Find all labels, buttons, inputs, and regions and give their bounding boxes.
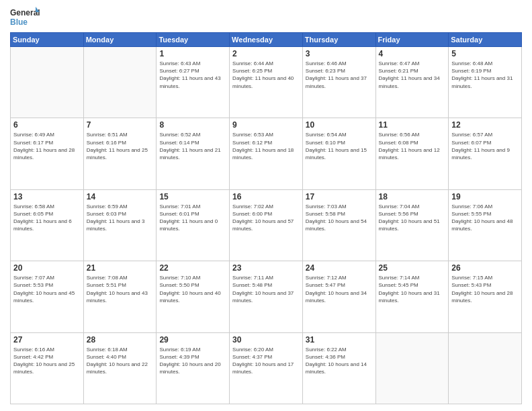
day-info: Sunrise: 7:14 AMSunset: 5:45 PMDaylight:…: [379, 274, 446, 304]
day-info: Sunrise: 7:15 AMSunset: 5:43 PMDaylight:…: [451, 274, 519, 304]
day-number: 10: [306, 120, 373, 130]
col-saturday: Saturday: [449, 33, 522, 47]
calendar-week-row: 6Sunrise: 6:49 AMSunset: 6:17 PMDaylight…: [11, 118, 522, 189]
day-number: 6: [13, 120, 81, 130]
calendar-week-row: 27Sunrise: 6:16 AMSunset: 4:42 PMDayligh…: [11, 332, 522, 404]
col-monday: Monday: [83, 33, 157, 47]
day-info: Sunrise: 6:19 AMSunset: 4:39 PMDaylight:…: [159, 346, 226, 376]
table-row: 21Sunrise: 7:08 AMSunset: 5:51 PMDayligh…: [83, 261, 157, 332]
day-info: Sunrise: 6:47 AMSunset: 6:21 PMDaylight:…: [379, 60, 446, 90]
table-row: 18Sunrise: 7:04 AMSunset: 5:56 PMDayligh…: [375, 189, 449, 261]
table-row: 22Sunrise: 7:10 AMSunset: 5:50 PMDayligh…: [157, 261, 230, 332]
table-row: 15Sunrise: 7:01 AMSunset: 6:01 PMDayligh…: [157, 189, 230, 261]
day-info: Sunrise: 7:04 AMSunset: 5:56 PMDaylight:…: [379, 203, 446, 233]
table-row: 19Sunrise: 7:06 AMSunset: 5:55 PMDayligh…: [449, 189, 522, 261]
logo-svg: General Blue: [10, 7, 40, 28]
day-info: Sunrise: 7:02 AMSunset: 6:00 PMDaylight:…: [232, 203, 300, 233]
day-info: Sunrise: 6:54 AMSunset: 6:10 PMDaylight:…: [306, 131, 373, 161]
table-row: 28Sunrise: 6:18 AMSunset: 4:40 PMDayligh…: [83, 332, 157, 404]
table-row: 12Sunrise: 6:57 AMSunset: 6:07 PMDayligh…: [449, 118, 522, 189]
day-info: Sunrise: 6:52 AMSunset: 6:14 PMDaylight:…: [159, 131, 226, 161]
day-info: Sunrise: 7:08 AMSunset: 5:51 PMDaylight:…: [87, 274, 154, 304]
calendar-table: Sunday Monday Tuesday Wednesday Thursday…: [10, 32, 522, 404]
table-row: 20Sunrise: 7:07 AMSunset: 5:53 PMDayligh…: [11, 261, 84, 332]
day-number: 4: [379, 49, 446, 58]
day-info: Sunrise: 6:49 AMSunset: 6:17 PMDaylight:…: [13, 131, 81, 161]
table-row: 4Sunrise: 6:47 AMSunset: 6:21 PMDaylight…: [375, 47, 449, 118]
day-info: Sunrise: 7:10 AMSunset: 5:50 PMDaylight:…: [159, 274, 226, 304]
day-info: Sunrise: 6:56 AMSunset: 6:08 PMDaylight:…: [379, 131, 446, 161]
table-row: 17Sunrise: 7:03 AMSunset: 5:58 PMDayligh…: [302, 189, 375, 261]
day-info: Sunrise: 7:12 AMSunset: 5:47 PMDaylight:…: [306, 274, 373, 304]
table-row: 27Sunrise: 6:16 AMSunset: 4:42 PMDayligh…: [11, 332, 84, 404]
day-number: 20: [13, 263, 81, 273]
day-info: Sunrise: 6:16 AMSunset: 4:42 PMDaylight:…: [13, 346, 81, 376]
day-number: 26: [451, 263, 519, 273]
col-wednesday: Wednesday: [230, 33, 303, 47]
day-number: 7: [87, 120, 154, 130]
day-info: Sunrise: 6:48 AMSunset: 6:19 PMDaylight:…: [451, 60, 519, 90]
day-number: 14: [87, 192, 154, 201]
table-row: 8Sunrise: 6:52 AMSunset: 6:14 PMDaylight…: [157, 118, 230, 189]
table-row: 16Sunrise: 7:02 AMSunset: 6:00 PMDayligh…: [230, 189, 303, 261]
calendar-header-row: Sunday Monday Tuesday Wednesday Thursday…: [11, 33, 522, 47]
col-friday: Friday: [375, 33, 449, 47]
day-number: 28: [87, 335, 154, 345]
day-number: 19: [451, 192, 519, 201]
day-number: 8: [159, 120, 226, 130]
table-row: 9Sunrise: 6:53 AMSunset: 6:12 PMDaylight…: [230, 118, 303, 189]
day-number: 27: [13, 335, 81, 345]
table-row: 6Sunrise: 6:49 AMSunset: 6:17 PMDaylight…: [11, 118, 84, 189]
day-number: 18: [379, 192, 446, 201]
table-row: [449, 332, 522, 404]
calendar-week-row: 1Sunrise: 6:43 AMSunset: 6:27 PMDaylight…: [11, 47, 522, 118]
day-number: 29: [159, 335, 226, 345]
day-info: Sunrise: 7:06 AMSunset: 5:55 PMDaylight:…: [451, 203, 519, 233]
day-info: Sunrise: 6:44 AMSunset: 6:25 PMDaylight:…: [232, 60, 300, 90]
table-row: 14Sunrise: 6:59 AMSunset: 6:03 PMDayligh…: [83, 189, 157, 261]
day-number: 16: [232, 192, 300, 201]
table-row: 3Sunrise: 6:46 AMSunset: 6:23 PMDaylight…: [302, 47, 375, 118]
table-row: 11Sunrise: 6:56 AMSunset: 6:08 PMDayligh…: [375, 118, 449, 189]
table-row: 1Sunrise: 6:43 AMSunset: 6:27 PMDaylight…: [157, 47, 230, 118]
day-info: Sunrise: 7:07 AMSunset: 5:53 PMDaylight:…: [13, 274, 81, 304]
day-info: Sunrise: 6:58 AMSunset: 6:05 PMDaylight:…: [13, 203, 81, 233]
table-row: 31Sunrise: 6:22 AMSunset: 4:36 PMDayligh…: [302, 332, 375, 404]
table-row: 2Sunrise: 6:44 AMSunset: 6:25 PMDaylight…: [230, 47, 303, 118]
day-number: 31: [306, 335, 373, 345]
day-number: 1: [159, 49, 226, 58]
day-number: 25: [379, 263, 446, 273]
col-sunday: Sunday: [11, 33, 84, 47]
day-number: 30: [232, 335, 300, 345]
day-info: Sunrise: 6:18 AMSunset: 4:40 PMDaylight:…: [87, 346, 154, 376]
day-info: Sunrise: 6:22 AMSunset: 4:36 PMDaylight:…: [306, 346, 373, 376]
table-row: [11, 47, 84, 118]
day-number: 17: [306, 192, 373, 201]
day-info: Sunrise: 6:57 AMSunset: 6:07 PMDaylight:…: [451, 131, 519, 161]
col-tuesday: Tuesday: [157, 33, 230, 47]
day-number: 9: [232, 120, 300, 130]
day-info: Sunrise: 7:01 AMSunset: 6:01 PMDaylight:…: [159, 203, 226, 233]
day-info: Sunrise: 6:46 AMSunset: 6:23 PMDaylight:…: [306, 60, 373, 90]
day-info: Sunrise: 6:20 AMSunset: 4:37 PMDaylight:…: [232, 346, 300, 376]
page-header: General Blue: [10, 7, 522, 28]
day-number: 11: [379, 120, 446, 130]
day-number: 5: [451, 49, 519, 58]
table-row: 24Sunrise: 7:12 AMSunset: 5:47 PMDayligh…: [302, 261, 375, 332]
table-row: [83, 47, 157, 118]
table-row: 29Sunrise: 6:19 AMSunset: 4:39 PMDayligh…: [157, 332, 230, 404]
day-number: 3: [306, 49, 373, 58]
calendar-week-row: 13Sunrise: 6:58 AMSunset: 6:05 PMDayligh…: [11, 189, 522, 261]
table-row: 30Sunrise: 6:20 AMSunset: 4:37 PMDayligh…: [230, 332, 303, 404]
day-info: Sunrise: 6:43 AMSunset: 6:27 PMDaylight:…: [159, 60, 226, 90]
day-number: 15: [159, 192, 226, 201]
day-info: Sunrise: 6:51 AMSunset: 6:16 PMDaylight:…: [87, 131, 154, 161]
table-row: 23Sunrise: 7:11 AMSunset: 5:48 PMDayligh…: [230, 261, 303, 332]
table-row: 5Sunrise: 6:48 AMSunset: 6:19 PMDaylight…: [449, 47, 522, 118]
svg-text:General: General: [10, 8, 40, 17]
day-number: 23: [232, 263, 300, 273]
table-row: 13Sunrise: 6:58 AMSunset: 6:05 PMDayligh…: [11, 189, 84, 261]
day-number: 12: [451, 120, 519, 130]
table-row: 25Sunrise: 7:14 AMSunset: 5:45 PMDayligh…: [375, 261, 449, 332]
table-row: 26Sunrise: 7:15 AMSunset: 5:43 PMDayligh…: [449, 261, 522, 332]
